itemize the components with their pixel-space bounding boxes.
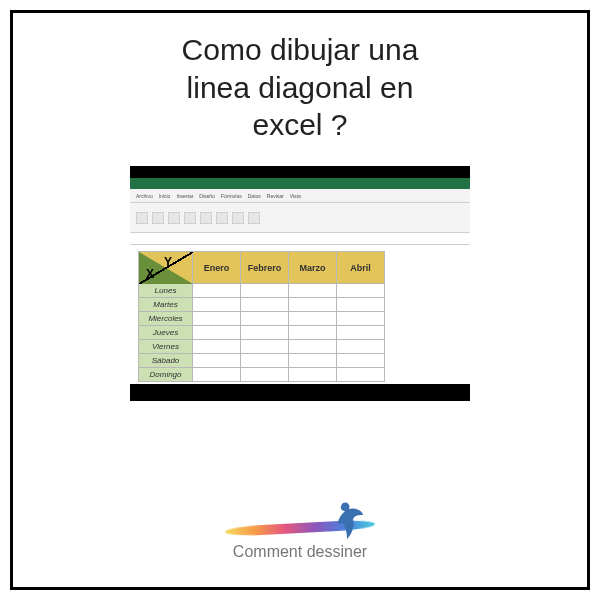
axis-x-label: X [146,267,154,281]
month-header: Enero [193,252,241,284]
empty-cell [193,354,241,368]
excel-ribbon-tabs: Archivo Inicio Insertar Diseño Fórmulas … [130,189,470,203]
ribbon-tab: Datos [248,193,261,199]
excel-ribbon-body [130,203,470,233]
empty-cell [289,368,337,382]
table-row: Viernes [139,340,385,354]
empty-cell [337,354,385,368]
ribbon-tab: Fórmulas [221,193,242,199]
title-line-3: excel ? [252,108,347,141]
ribbon-tab: Archivo [136,193,153,199]
empty-cell [241,354,289,368]
empty-cell [193,340,241,354]
ribbon-button [152,212,164,224]
title-line-2: linea diagonal en [187,71,414,104]
empty-cell [241,312,289,326]
video-letterbox-top [130,166,470,179]
table-row: Miercoles [139,312,385,326]
video-letterbox-bottom [130,384,470,400]
brand-name: Comment dessiner [233,543,367,561]
table-row: Jueves [139,326,385,340]
day-cell: Lunes [139,284,193,298]
month-header: Febrero [241,252,289,284]
table-row: Domingo [139,368,385,382]
empty-cell [289,354,337,368]
empty-cell [193,326,241,340]
title-line-1: Como dibujar una [182,33,419,66]
card-frame: Como dibujar una linea diagonal en excel… [10,10,590,590]
table-row: Martes [139,298,385,312]
data-table: Y X Enero Febrero Marzo Abril Lunes Mart… [138,251,385,382]
empty-cell [337,340,385,354]
brand-swoosh-icon [225,513,375,541]
ribbon-button [200,212,212,224]
dancer-icon [337,501,365,541]
empty-cell [337,284,385,298]
table-row: Lunes [139,284,385,298]
month-header: Abril [337,252,385,284]
empty-cell [337,326,385,340]
empty-cell [241,298,289,312]
ribbon-tab: Insertar [176,193,193,199]
day-cell: Jueves [139,326,193,340]
diagonal-header-cell: Y X [139,252,193,284]
empty-cell [289,284,337,298]
empty-cell [289,298,337,312]
empty-cell [289,326,337,340]
empty-cell [241,368,289,382]
day-cell: Martes [139,298,193,312]
empty-cell [289,312,337,326]
day-cell: Domingo [139,368,193,382]
empty-cell [337,298,385,312]
ribbon-tab: Revisar [267,193,284,199]
empty-cell [193,368,241,382]
ribbon-button [168,212,180,224]
brand-logo: Comment dessiner [225,513,375,561]
day-cell: Sábado [139,354,193,368]
ribbon-button [216,212,228,224]
empty-cell [241,340,289,354]
empty-cell [337,368,385,382]
day-cell: Miercoles [139,312,193,326]
excel-formula-bar [130,233,470,245]
empty-cell [193,312,241,326]
ribbon-button [136,212,148,224]
empty-cell [289,340,337,354]
empty-cell [337,312,385,326]
day-cell: Viernes [139,340,193,354]
empty-cell [193,298,241,312]
empty-cell [241,326,289,340]
ribbon-tab: Diseño [199,193,215,199]
table-header-row: Y X Enero Febrero Marzo Abril [139,252,385,284]
excel-titlebar [130,178,470,189]
ribbon-button [232,212,244,224]
ribbon-tab: Inicio [159,193,171,199]
excel-screenshot: Archivo Inicio Insertar Diseño Fórmulas … [130,166,470,401]
ribbon-button [184,212,196,224]
ribbon-button [248,212,260,224]
empty-cell [193,284,241,298]
page-title: Como dibujar una linea diagonal en excel… [142,31,459,144]
excel-window: Archivo Inicio Insertar Diseño Fórmulas … [130,178,470,384]
ribbon-tab: Vista [290,193,301,199]
table-row: Sábado [139,354,385,368]
excel-sheet-area: Y X Enero Febrero Marzo Abril Lunes Mart… [130,245,470,384]
empty-cell [241,284,289,298]
axis-y-label: Y [164,255,172,269]
month-header: Marzo [289,252,337,284]
